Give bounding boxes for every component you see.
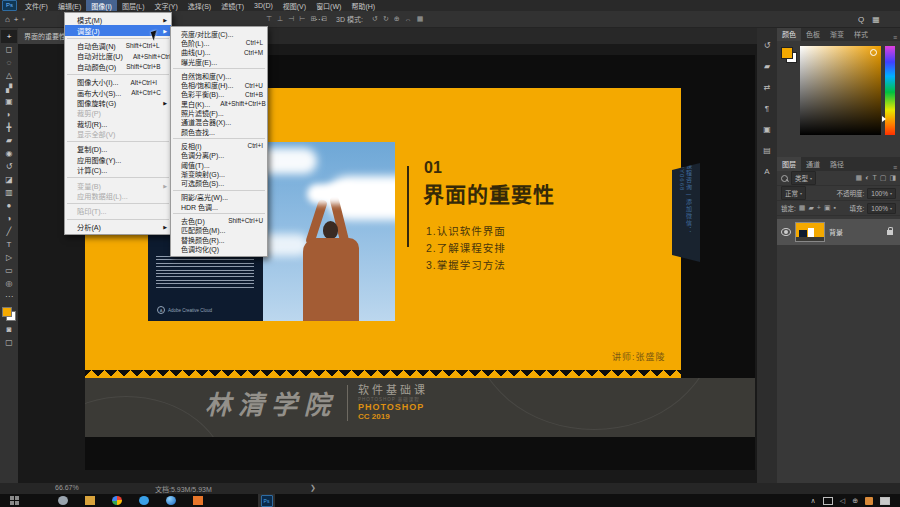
menu-item[interactable]: 阈值(T)... (171, 160, 267, 169)
clone-stamp-tool[interactable]: ◉ (1, 147, 17, 160)
lock-pixels-icon[interactable]: ▰ (808, 204, 813, 212)
3d-pan-icon[interactable]: ⊕ (394, 15, 400, 23)
menu-item[interactable]: 自动对比度(U) Alt+Shift+Ctrl+L ▶ (65, 51, 171, 61)
menubar-item[interactable]: 窗口(W) (311, 0, 346, 11)
taskbar-chrome-app[interactable] (112, 496, 122, 505)
start-button[interactable] (6, 494, 22, 507)
menu-item[interactable]: 色调均化(Q) (171, 244, 267, 253)
menu-item[interactable]: 自动色调(N) Shift+Ctrl+L ▶ (65, 41, 171, 51)
hue-slider-marker[interactable] (882, 116, 886, 122)
menu-item[interactable]: 模式(M) ▶ (65, 15, 171, 25)
filter-adjustment-icon[interactable]: ◐ (865, 174, 869, 182)
paragraph-panel-icon[interactable]: ¶ (760, 102, 774, 114)
menu-item[interactable]: 可选颜色(S)... (171, 178, 267, 187)
menu-item[interactable]: 陷印(T)... ▶ (65, 206, 171, 216)
3d-orbit-icon[interactable]: ↺ (372, 15, 378, 23)
menu-item[interactable]: 匹配颜色(M)... (171, 226, 267, 235)
menu-item[interactable]: 分析(A) ▶ (65, 222, 171, 232)
more-options-icon[interactable]: ⋯ (315, 15, 323, 24)
color-field[interactable] (800, 46, 881, 135)
tray-network-icon[interactable]: ⊕ (852, 497, 858, 505)
move-tool-option-icon[interactable]: + (14, 15, 19, 24)
panel-tab[interactable]: 样式 (849, 27, 873, 41)
menubar-item[interactable]: 文字(Y) (149, 0, 182, 11)
eyedropper-tool[interactable]: ◗ (1, 108, 17, 121)
taskbar-orange-app[interactable] (193, 496, 203, 505)
menubar-item[interactable]: 3D(D) (249, 0, 278, 11)
foreground-color-swatch[interactable] (781, 47, 793, 59)
menu-item[interactable]: 反相(I) Ctrl+I (171, 141, 267, 150)
menu-item[interactable]: 亮度/对比度(C)... (171, 29, 267, 38)
3d-zoom-icon[interactable]: ▦ (417, 15, 424, 23)
align-right-icon[interactable]: ⊢ (299, 15, 305, 23)
pen-tool[interactable]: ╱ (1, 225, 17, 238)
hue-slider[interactable] (885, 46, 895, 135)
marquee-tool[interactable]: ◻ (1, 43, 17, 56)
opacity-value[interactable]: 100%▾ (867, 188, 896, 199)
panel-tab[interactable]: 色板 (801, 27, 825, 41)
layer-thumbnail[interactable] (795, 222, 825, 242)
history-panel-icon[interactable]: ↺ (760, 39, 774, 51)
tray-display-icon[interactable] (823, 497, 833, 505)
eraser-tool[interactable]: ◪ (1, 173, 17, 186)
menu-item[interactable]: 色彩平衡(B)... Ctrl+B (171, 90, 267, 99)
menu-item[interactable]: 显示全部(V) ▶ (65, 129, 171, 139)
crop-tool[interactable]: ▞ (1, 82, 17, 95)
layer-visibility-eye-icon[interactable] (781, 228, 791, 236)
layer-filter-dropdown[interactable]: 类型▾ (791, 171, 816, 185)
type-tool[interactable]: T (1, 238, 17, 251)
zoom-level[interactable]: 66.67% (55, 484, 79, 491)
menu-item[interactable]: 渐变映射(G)... (171, 169, 267, 178)
menu-item[interactable]: 去色(D) Shift+Ctrl+U (171, 216, 267, 225)
filter-pixel-icon[interactable]: ▦ (856, 174, 863, 182)
menu-item[interactable]: 计算(C)... ▶ (65, 165, 171, 175)
menu-item[interactable]: 色阶(L)... Ctrl+L (171, 38, 267, 47)
taskbar-photoshop-app[interactable]: Ps (258, 494, 275, 507)
menubar-item[interactable]: 选择(S) (183, 0, 216, 11)
brush-tool[interactable]: ▰ (1, 134, 17, 147)
menu-item[interactable]: 颜色查找... (171, 127, 267, 136)
tray-chevron-icon[interactable]: ∧ (811, 497, 816, 505)
menu-item[interactable]: 复制(D)... ▶ (65, 144, 171, 154)
menu-item[interactable]: 曲线(U)... Ctrl+M (171, 48, 267, 57)
menubar-item[interactable]: 滤镜(T) (216, 0, 249, 11)
zoom-tool[interactable]: ◎ (1, 277, 17, 290)
menu-item[interactable]: 变量(B) ▶ (65, 180, 171, 190)
taskbar-browser-app[interactable] (139, 496, 149, 505)
menu-item[interactable]: 图像旋转(G) ▶ (65, 98, 171, 108)
lock-artboard-icon[interactable]: ▣ (824, 204, 831, 212)
dodge-tool[interactable]: ◑ (1, 212, 17, 225)
home-icon[interactable]: ⌂ (5, 15, 10, 24)
panel-color-swatches[interactable] (781, 47, 797, 63)
taskbar-user-app[interactable] (58, 496, 68, 505)
lock-transparency-icon[interactable]: ▦ (799, 204, 806, 212)
path-selection-tool[interactable]: ▷ (1, 251, 17, 264)
libraries-panel-icon[interactable]: ▤ (760, 144, 774, 156)
brush-settings-panel-icon[interactable]: ▰ (760, 60, 774, 72)
chevron-down-icon[interactable]: ▾ (23, 16, 26, 22)
menu-item[interactable]: 应用图像(Y)... ▶ (65, 155, 171, 165)
tray-notifications-icon[interactable] (880, 497, 890, 505)
quick-mask-icon[interactable]: ◙ (1, 323, 17, 336)
properties-panel-icon[interactable]: ▣ (760, 123, 774, 135)
move-tool[interactable]: + (1, 30, 17, 43)
menu-item[interactable]: 通道混合器(X)... (171, 118, 267, 127)
panel-menu-icon[interactable]: ≡ (890, 34, 900, 41)
panel-tab[interactable]: 颜色 (777, 27, 801, 41)
blur-tool[interactable]: ● (1, 199, 17, 212)
taskbar-sphere-app[interactable] (166, 496, 176, 505)
lock-position-icon[interactable]: + (817, 204, 821, 212)
history-brush-tool[interactable]: ↺ (1, 160, 17, 173)
frame-tool[interactable]: ▣ (1, 95, 17, 108)
workspace-switcher-icon[interactable]: ▦ (872, 15, 880, 24)
menubar-item[interactable]: 帮助(H) (346, 0, 380, 11)
screen-mode-icon[interactable]: ▢ (1, 336, 17, 349)
menu-item[interactable]: HDR 色调... (171, 202, 267, 211)
status-chevron-icon[interactable]: ❯ (310, 484, 316, 492)
panel-tab[interactable]: 通道 (801, 157, 825, 171)
menubar-item[interactable]: 文件(F) (20, 0, 53, 11)
menu-item[interactable]: 曝光度(E)... (171, 57, 267, 66)
tray-volume-icon[interactable]: ◁ (840, 497, 845, 505)
align-middle-icon[interactable]: ⊥ (277, 15, 283, 23)
menubar-item[interactable]: 图像(I) (86, 0, 117, 11)
